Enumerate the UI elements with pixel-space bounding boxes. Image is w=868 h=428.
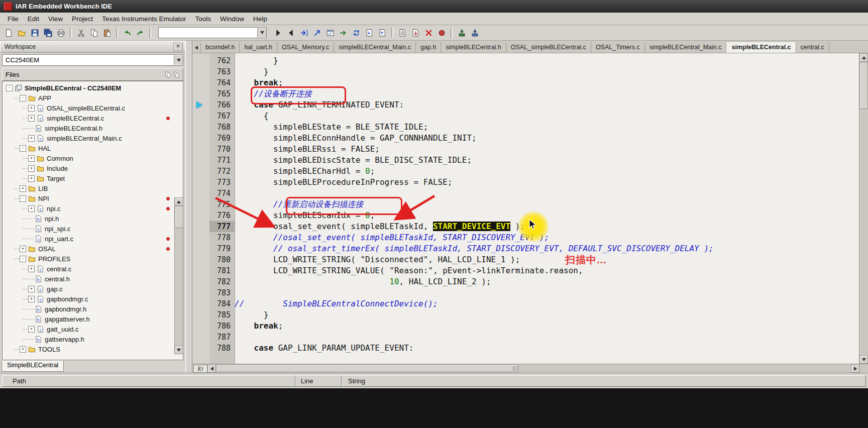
- results-column-string[interactable]: String: [342, 375, 866, 387]
- tree-expand-icon[interactable]: +: [28, 296, 35, 302]
- tree-item-gap-c[interactable]: +gap.c: [3, 284, 183, 294]
- copy-button[interactable]: [87, 27, 100, 39]
- tree-expand-icon[interactable]: +: [28, 326, 35, 333]
- code-text[interactable]: simpleBLEProcedureInProgress = FALSE;: [235, 177, 452, 188]
- tree-item-simpleblecentral-cc2540em[interactable]: -SimpleBLECentral - CC2540EM: [3, 83, 183, 93]
- toggle-breakpoint-button[interactable]: [435, 27, 448, 39]
- new-document-button[interactable]: [2, 27, 15, 39]
- code-text[interactable]: }: [235, 309, 268, 320]
- tree-item-hal[interactable]: -HAL: [3, 143, 183, 153]
- tree-item-npi-h[interactable]: npi.h: [3, 213, 183, 224]
- breakpoint-margin[interactable]: [192, 276, 209, 287]
- tab-simpleblecentral-main-c[interactable]: simpleBLECentral_Main.c: [645, 42, 727, 53]
- results-column-path[interactable]: Path: [2, 375, 295, 387]
- tree-collapse-icon[interactable]: -: [20, 256, 26, 262]
- open-header-button[interactable]: [337, 27, 350, 39]
- tree-item-gapbondmgr-c[interactable]: +gapbondmgr.c: [3, 294, 183, 304]
- breakpoint-margin[interactable]: [192, 332, 209, 343]
- tree-collapse-icon[interactable]: -: [20, 95, 26, 101]
- tree-item-npi-uart-c[interactable]: npi_uart.c: [3, 234, 183, 244]
- tree-item-osal-simpleblecentral-c[interactable]: +OSAL_simpleBLECentral.c: [3, 103, 183, 113]
- breakpoint-margin[interactable]: [192, 122, 209, 133]
- breakpoint-margin[interactable]: [192, 188, 209, 199]
- tree-item-gattservapp-h[interactable]: gattservapp.h: [3, 334, 183, 344]
- breakpoint-margin[interactable]: [192, 243, 209, 254]
- code-text[interactable]: break;: [235, 320, 283, 332]
- tree-item-tools[interactable]: +TOOLS: [3, 344, 183, 354]
- tree-item-target[interactable]: +Target: [3, 173, 183, 183]
- menu-item-tools[interactable]: Tools: [190, 14, 215, 24]
- tab-simpleblecentral-h[interactable]: simpleBLECentral.h: [441, 42, 506, 53]
- open-file-button[interactable]: [15, 27, 28, 39]
- menu-item-edit[interactable]: Edit: [23, 14, 44, 24]
- breakpoint-margin[interactable]: [192, 77, 209, 88]
- download-debug-button[interactable]: [455, 27, 468, 39]
- find-previous-button[interactable]: [284, 27, 297, 39]
- breakpoint-margin[interactable]: [192, 298, 209, 309]
- tab-central-c[interactable]: central.c: [796, 42, 829, 53]
- breakpoint-margin[interactable]: [192, 287, 209, 298]
- code-text[interactable]: {: [235, 111, 268, 122]
- code-text[interactable]: }: [235, 66, 268, 77]
- tree-collapse-icon[interactable]: -: [20, 145, 26, 152]
- tree-item-include[interactable]: +Include: [3, 163, 183, 173]
- editor-vertical-scrollbar[interactable]: [859, 53, 868, 364]
- scroll-down-icon[interactable]: [859, 355, 868, 364]
- breakpoint-margin[interactable]: [192, 343, 209, 354]
- replace-in-files-button[interactable]: [310, 27, 323, 39]
- tree-expand-icon[interactable]: +: [28, 286, 35, 292]
- tree-expand-icon[interactable]: +: [28, 165, 35, 172]
- menu-item-help[interactable]: Help: [249, 14, 272, 24]
- breakpoint-margin[interactable]: [192, 210, 209, 221]
- breakpoint-margin[interactable]: [192, 133, 209, 144]
- scroll-up-icon[interactable]: [859, 53, 868, 62]
- tab-bcomdef-h[interactable]: bcomdef.h: [201, 42, 240, 53]
- breakpoint-margin[interactable]: [192, 265, 209, 276]
- paste-button[interactable]: [100, 27, 114, 39]
- tab-scroll-left-icon[interactable]: [192, 43, 201, 53]
- tree-expand-icon[interactable]: +: [20, 185, 26, 192]
- vscrollbar-thumb[interactable]: [859, 63, 868, 109]
- code-text[interactable]: simpleBLERssi = FALSE;: [235, 144, 380, 155]
- compile-button[interactable]: [396, 27, 409, 39]
- tree-item-lib[interactable]: +LIB: [3, 183, 183, 193]
- hscrollbar-thumb[interactable]: [216, 365, 518, 372]
- find-next-button[interactable]: [271, 27, 284, 39]
- tree-expand-icon[interactable]: +: [28, 266, 35, 272]
- code-text[interactable]: // osal_start_timerEx( simpleBLETaskId, …: [235, 243, 714, 254]
- redo-button[interactable]: [134, 27, 147, 39]
- code-text[interactable]: LCD_WRITE_STRING_VALUE( "Reason:", pEven…: [235, 265, 583, 276]
- breakpoint-margin[interactable]: [192, 166, 209, 177]
- tree-expand-icon[interactable]: +: [28, 205, 35, 212]
- code-text[interactable]: 10, HAL_LCD_LINE_2 );: [235, 276, 491, 287]
- tree-item-gatt-uuid-c[interactable]: +gatt_uuid.c: [3, 324, 183, 334]
- function-list-button[interactable]: f(): [193, 365, 207, 373]
- tree-item-gapgattserver-h[interactable]: gapgattserver.h: [3, 314, 183, 324]
- code-editor[interactable]: 762 }763 }764 break;765 //设备断开连接766 case…: [192, 53, 859, 364]
- tab-gap-h[interactable]: gap.h: [416, 42, 441, 53]
- save-button[interactable]: [28, 27, 41, 39]
- tab-simpleblecentral-c[interactable]: simpleBLECentral.c: [726, 42, 796, 53]
- tree-expand-icon[interactable]: +: [28, 115, 35, 122]
- files-overview-icon[interactable]: [173, 71, 180, 78]
- files-columns-icon[interactable]: [164, 71, 171, 78]
- chevron-down-icon[interactable]: [174, 55, 183, 65]
- tree-item-gapbondmgr-h[interactable]: gapbondmgr.h: [3, 304, 183, 314]
- undo-button[interactable]: [121, 27, 134, 39]
- tab-hal-uart-h[interactable]: hal_uart.h: [240, 42, 277, 53]
- tree-item-simpleblecentral-main-c[interactable]: +simpleBLECentral_Main.c: [3, 133, 183, 143]
- tree-item-npi[interactable]: -NPI: [3, 193, 183, 203]
- goto-line-button[interactable]: [323, 27, 337, 39]
- make-button[interactable]: [409, 27, 422, 39]
- tree-collapse-icon[interactable]: -: [6, 85, 13, 91]
- code-text[interactable]: }: [235, 55, 278, 66]
- breakpoint-margin[interactable]: [192, 309, 209, 320]
- tree-item-osal[interactable]: +OSAL: [3, 244, 183, 254]
- save-all-button[interactable]: [41, 27, 54, 39]
- tree-item-central-c[interactable]: +central.c: [3, 264, 183, 274]
- cut-button[interactable]: [74, 27, 87, 39]
- menu-item-view[interactable]: View: [44, 14, 67, 24]
- menu-item-window[interactable]: Window: [215, 14, 249, 24]
- breakpoint-margin[interactable]: [192, 66, 209, 77]
- breakpoint-margin[interactable]: [192, 144, 209, 155]
